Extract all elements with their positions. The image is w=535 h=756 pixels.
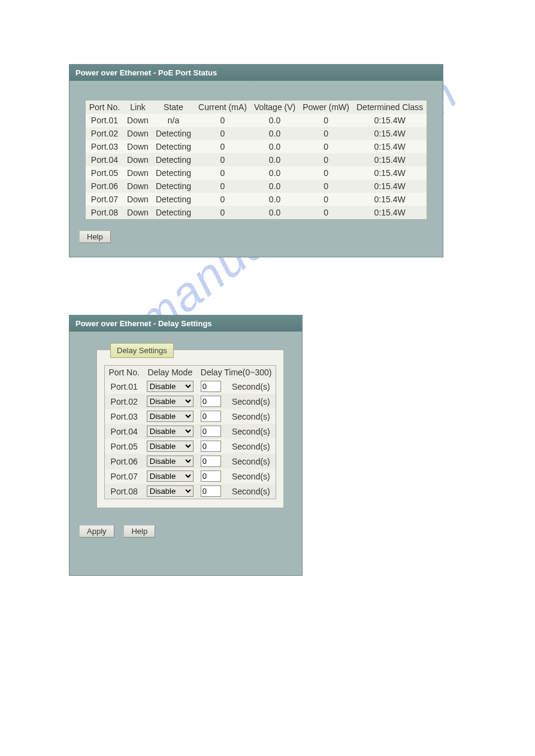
- cell-link: Down: [123, 140, 152, 153]
- delay-time-input[interactable]: [201, 456, 221, 467]
- col-current: Current (mA): [195, 101, 250, 114]
- cell-port: Port.03: [105, 409, 143, 424]
- cell-current: 0: [195, 153, 250, 166]
- cell-time: [197, 409, 226, 424]
- delay-time-input[interactable]: [201, 485, 221, 497]
- delay-mode-select[interactable]: Disable: [147, 470, 194, 482]
- col-port: Port No.: [85, 101, 123, 114]
- delay-settings-table: Port No. Delay Mode Delay Time(0~300) Po…: [104, 365, 276, 499]
- cell-power: 0: [299, 153, 353, 166]
- table-row: Port.04DisableSecond(s): [105, 424, 276, 439]
- cell-power: 0: [299, 114, 353, 127]
- seconds-suffix: Second(s): [226, 439, 276, 454]
- delay-mode-select[interactable]: Disable: [147, 485, 194, 497]
- table-row: Port.07DownDetecting00.000:15.4W: [85, 193, 427, 206]
- table-row: Port.04DownDetecting00.000:15.4W: [85, 153, 427, 166]
- delay-mode-select[interactable]: Disable: [147, 456, 194, 467]
- cell-mode: Disable: [143, 469, 197, 484]
- table-row: Port.08DisableSecond(s): [105, 484, 276, 499]
- panel-title: Power over Ethernet - Delay Settings: [69, 315, 302, 332]
- col-mode: Delay Mode: [143, 366, 197, 379]
- delay-mode-select[interactable]: Disable: [147, 411, 194, 422]
- table-row: Port.02DownDetecting00.000:15.4W: [85, 127, 427, 140]
- cell-voltage: 0.0: [250, 153, 299, 166]
- cell-state: Detecting: [152, 127, 195, 140]
- cell-port: Port.01: [105, 379, 143, 394]
- cell-link: Down: [123, 166, 152, 180]
- delay-time-input[interactable]: [201, 441, 221, 452]
- cell-link: Down: [123, 127, 152, 140]
- delay-time-input[interactable]: [201, 426, 221, 437]
- cell-time: [197, 379, 226, 394]
- seconds-suffix: Second(s): [226, 394, 276, 409]
- cell-current: 0: [195, 193, 250, 206]
- table-row: Port.03DisableSecond(s): [105, 409, 276, 424]
- delay-time-input[interactable]: [201, 411, 221, 422]
- apply-button[interactable]: Apply: [79, 525, 114, 538]
- cell-state: n/a: [152, 114, 195, 127]
- cell-link: Down: [123, 180, 152, 193]
- col-voltage: Voltage (V): [250, 101, 299, 114]
- col-state: State: [152, 101, 195, 114]
- seconds-suffix: Second(s): [226, 469, 276, 484]
- cell-current: 0: [195, 166, 250, 180]
- cell-state: Detecting: [152, 166, 195, 180]
- panel-title: Power over Ethernet - PoE Port Status: [69, 65, 443, 81]
- cell-mode: Disable: [143, 409, 197, 424]
- cell-mode: Disable: [143, 424, 197, 439]
- table-row: Port.08DownDetecting00.000:15.4W: [85, 206, 427, 220]
- col-link: Link: [123, 101, 152, 114]
- cell-port: Port.07: [85, 193, 123, 206]
- table-row: Port.01Downn/a00.000:15.4W: [85, 114, 427, 127]
- delay-time-input[interactable]: [201, 381, 221, 392]
- delay-mode-select[interactable]: Disable: [147, 396, 194, 407]
- table-row: Port.02DisableSecond(s): [105, 394, 276, 409]
- cell-port: Port.04: [85, 153, 123, 166]
- cell-mode: Disable: [143, 454, 197, 469]
- cell-port: Port.06: [105, 454, 143, 469]
- help-button[interactable]: Help: [79, 230, 111, 243]
- cell-port: Port.02: [105, 394, 143, 409]
- cell-current: 0: [195, 140, 250, 153]
- delay-settings-fieldset: Delay Settings Port No. Delay Mode Delay…: [96, 350, 284, 508]
- cell-port: Port.02: [85, 127, 123, 140]
- cell-class: 0:15.4W: [353, 206, 427, 220]
- cell-power: 0: [299, 166, 353, 180]
- cell-state: Detecting: [152, 140, 195, 153]
- cell-state: Detecting: [152, 180, 195, 193]
- cell-port: Port.05: [105, 439, 143, 454]
- col-port: Port No.: [105, 366, 143, 379]
- cell-current: 0: [195, 206, 250, 220]
- cell-current: 0: [195, 180, 250, 193]
- cell-port: Port.07: [105, 469, 143, 484]
- delay-mode-select[interactable]: Disable: [147, 426, 194, 437]
- table-row: Port.03DownDetecting00.000:15.4W: [85, 140, 427, 153]
- seconds-suffix: Second(s): [226, 424, 276, 439]
- help-button[interactable]: Help: [123, 525, 155, 538]
- cell-voltage: 0.0: [250, 193, 299, 206]
- delay-time-input[interactable]: [201, 470, 221, 482]
- cell-voltage: 0.0: [250, 140, 299, 153]
- delay-mode-select[interactable]: Disable: [147, 381, 194, 392]
- cell-class: 0:15.4W: [353, 166, 427, 180]
- table-row: Port.06DisableSecond(s): [105, 454, 276, 469]
- cell-time: [197, 454, 226, 469]
- delay-mode-select[interactable]: Disable: [147, 441, 194, 452]
- cell-link: Down: [123, 206, 152, 220]
- delay-time-input[interactable]: [201, 396, 221, 407]
- cell-voltage: 0.0: [250, 180, 299, 193]
- cell-power: 0: [299, 206, 353, 220]
- cell-voltage: 0.0: [250, 114, 299, 127]
- cell-power: 0: [299, 127, 353, 140]
- cell-state: Detecting: [152, 193, 195, 206]
- cell-voltage: 0.0: [250, 206, 299, 220]
- cell-state: Detecting: [152, 206, 195, 220]
- seconds-suffix: Second(s): [226, 454, 276, 469]
- cell-port: Port.01: [85, 114, 123, 127]
- cell-current: 0: [195, 127, 250, 140]
- cell-port: Port.08: [85, 206, 123, 220]
- cell-voltage: 0.0: [250, 127, 299, 140]
- col-time: Delay Time(0~300): [197, 366, 276, 379]
- cell-class: 0:15.4W: [353, 127, 427, 140]
- cell-link: Down: [123, 114, 152, 127]
